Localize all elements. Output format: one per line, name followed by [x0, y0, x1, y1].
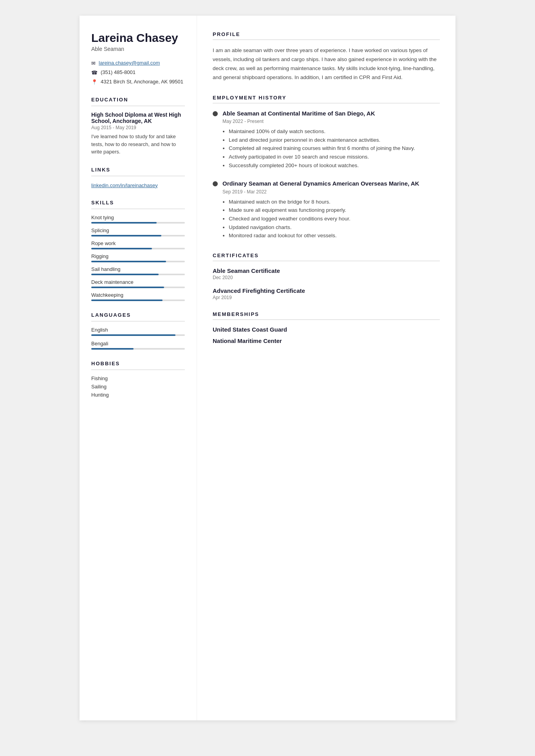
linkedin-link[interactable]: linkedin.com/in/lareinachasey: [91, 182, 158, 188]
language-bar-fill: [91, 334, 175, 336]
skill-bar-bg: [91, 274, 185, 275]
skill-bar-fill: [91, 261, 166, 262]
skill-bar-fill: [91, 274, 159, 275]
hobbies-section-title: HOBBIES: [91, 361, 185, 366]
membership-name: United States Coast Guard: [213, 326, 440, 333]
job-dates: Sep 2019 - Mar 2022: [222, 189, 440, 195]
job-bullet: Completed all required training courses …: [229, 144, 440, 153]
language-item: Bengali: [91, 341, 185, 350]
job-dates: May 2022 - Present: [222, 119, 440, 124]
skill-item: Watchkeeping: [91, 292, 185, 301]
contact-phone: ☎ (351) 485-8001: [91, 69, 185, 76]
skill-item: Rope work: [91, 240, 185, 249]
links-divider: [91, 176, 185, 176]
job-title: Able Seaman at Continental Maritime of S…: [222, 110, 375, 117]
job-bullet: Actively participated in over 10 search …: [229, 153, 440, 161]
hobbies-divider: [91, 370, 185, 370]
certificate-date: Apr 2019: [213, 295, 440, 300]
skill-name: Deck maintenance: [91, 279, 185, 285]
hobby-item: Sailing: [91, 384, 185, 390]
skill-item: Sail handling: [91, 266, 185, 275]
skill-bar-fill: [91, 235, 161, 236]
job-bullet: Successfully completed 200+ hours of loo…: [229, 161, 440, 170]
education-degree: High School Diploma at West High School,…: [91, 112, 185, 124]
skills-list: Knot tying Splicing Rope work Rigging Sa…: [91, 215, 185, 301]
contact-address: 📍 4321 Birch St, Anchorage, AK 99501: [91, 79, 185, 85]
memberships-list: United States Coast GuardNational Mariti…: [213, 326, 440, 344]
language-name: English: [91, 327, 185, 333]
candidate-title: Able Seaman: [91, 46, 185, 52]
candidate-name: Lareina Chasey: [91, 31, 185, 44]
hobby-item: Fishing: [91, 375, 185, 381]
membership-name: National Maritime Center: [213, 337, 440, 344]
language-bar-bg: [91, 348, 185, 350]
job-bullet: Led and directed junior personnel in dec…: [229, 136, 440, 144]
skill-name: Rope work: [91, 240, 185, 246]
skill-name: Knot tying: [91, 215, 185, 220]
education-dates: Aug 2015 - May 2019: [91, 125, 185, 130]
phone-icon: ☎: [91, 70, 98, 76]
skill-name: Watchkeeping: [91, 292, 185, 298]
profile-divider: [213, 40, 440, 40]
skill-name: Sail handling: [91, 266, 185, 272]
email-icon: ✉: [91, 60, 96, 66]
certificate-entry: Advanced Firefighting Certificate Apr 20…: [213, 287, 440, 300]
certificate-title: Able Seaman Certificate: [213, 267, 440, 274]
profile-text: I am an able seaman with over three year…: [213, 46, 440, 82]
resume-container: Lareina Chasey Able Seaman ✉ lareina.cha…: [80, 16, 455, 720]
job-bullet: Checked and logged weather conditions ev…: [229, 215, 440, 223]
membership-entry: National Maritime Center: [213, 337, 440, 344]
employment-section-title: EMPLOYMENT HISTORY: [213, 95, 440, 101]
languages-list: English Bengali: [91, 327, 185, 350]
language-name: Bengali: [91, 341, 185, 346]
skill-bar-fill: [91, 300, 163, 301]
skill-bar-bg: [91, 248, 185, 249]
job-bullets: Maintained watch on the bridge for 8 hou…: [222, 198, 440, 240]
languages-section-title: LANGUAGES: [91, 312, 185, 318]
language-bar-bg: [91, 334, 185, 336]
skills-divider: [91, 209, 185, 209]
employment-list: Able Seaman at Continental Maritime of S…: [213, 110, 440, 240]
certificate-title: Advanced Firefighting Certificate: [213, 287, 440, 294]
job-header: Able Seaman at Continental Maritime of S…: [213, 110, 440, 117]
memberships-section-title: MEMBERSHIPS: [213, 311, 440, 317]
location-icon: 📍: [91, 79, 98, 85]
job-dot: [213, 111, 218, 116]
skill-bar-bg: [91, 222, 185, 224]
links-section: linkedin.com/in/lareinachasey: [91, 182, 185, 189]
job-entry: Able Seaman at Continental Maritime of S…: [213, 110, 440, 170]
education-divider: [91, 106, 185, 106]
certificates-list: Able Seaman Certificate Dec 2020 Advance…: [213, 267, 440, 300]
right-column: PROFILE I am an able seaman with over th…: [197, 16, 455, 720]
certificates-section-title: CERTIFICATES: [213, 253, 440, 258]
job-bullet: Updated navigation charts.: [229, 223, 440, 232]
skill-name: Rigging: [91, 253, 185, 259]
hobbies-list: FishingSailingHunting: [91, 375, 185, 398]
skills-section-title: SKILLS: [91, 200, 185, 206]
profile-section-title: PROFILE: [213, 31, 440, 37]
job-bullet: Maintained 100% of daily watch sections.: [229, 127, 440, 136]
contact-list: ✉ lareina.chasey@gmail.com ☎ (351) 485-8…: [91, 60, 185, 85]
membership-entry: United States Coast Guard: [213, 326, 440, 333]
employment-divider: [213, 103, 440, 103]
hobby-item: Hunting: [91, 392, 185, 398]
job-bullet: Made sure all equipment was functioning …: [229, 206, 440, 215]
job-bullet: Maintained watch on the bridge for 8 hou…: [229, 198, 440, 206]
skill-bar-fill: [91, 222, 157, 224]
skill-bar-fill: [91, 248, 152, 249]
skill-bar-bg: [91, 261, 185, 262]
education-description: I've learned how to study for and take t…: [91, 133, 185, 156]
job-header: Ordinary Seaman at General Dynamics Amer…: [213, 180, 440, 188]
skill-bar-bg: [91, 300, 185, 301]
certificate-date: Dec 2020: [213, 275, 440, 280]
email-link[interactable]: lareina.chasey@gmail.com: [99, 60, 160, 66]
skill-item: Deck maintenance: [91, 279, 185, 288]
job-entry: Ordinary Seaman at General Dynamics Amer…: [213, 180, 440, 240]
language-bar-fill: [91, 348, 134, 350]
certificate-entry: Able Seaman Certificate Dec 2020: [213, 267, 440, 280]
skill-item: Rigging: [91, 253, 185, 262]
skill-name: Splicing: [91, 227, 185, 233]
skill-bar-fill: [91, 287, 164, 288]
job-dot: [213, 181, 218, 186]
skill-item: Splicing: [91, 227, 185, 236]
